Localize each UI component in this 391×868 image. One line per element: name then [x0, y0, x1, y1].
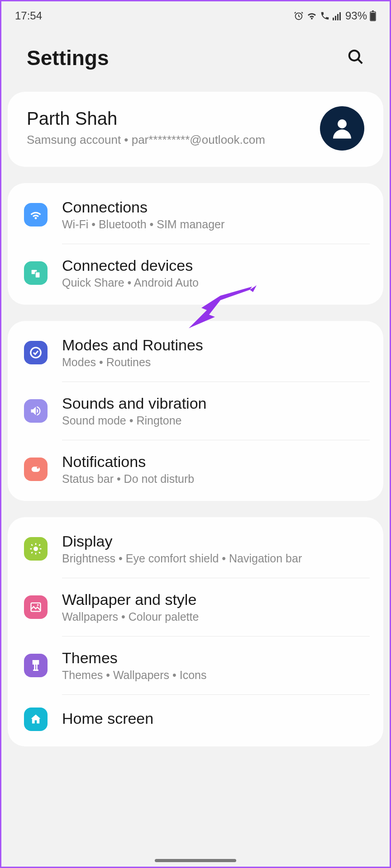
svg-point-8	[349, 51, 359, 61]
setting-item-connections[interactable]: ConnectionsWi-Fi • Bluetooth • SIM manag…	[8, 186, 383, 244]
signal-icon	[333, 11, 343, 20]
settings-group: Modes and RoutinesModes • RoutinesSounds…	[8, 321, 383, 501]
svg-rect-3	[337, 14, 339, 20]
battery-icon	[370, 10, 376, 21]
display-icon	[24, 537, 48, 561]
svg-rect-7	[372, 10, 374, 12]
modes-icon	[24, 341, 48, 364]
setting-title: Themes	[62, 649, 369, 667]
setting-subtitle: Quick Share • Android Auto	[62, 276, 369, 289]
setting-item-connected-devices[interactable]: Connected devicesQuick Share • Android A…	[8, 244, 383, 302]
setting-subtitle: Brightness • Eye comfort shield • Naviga…	[62, 552, 369, 565]
setting-title: Modes and Routines	[62, 336, 369, 354]
setting-text: ThemesThemes • Wallpapers • Icons	[62, 649, 369, 682]
svg-rect-1	[333, 18, 334, 20]
notifications-icon	[24, 458, 48, 481]
setting-text: Connected devicesQuick Share • Android A…	[62, 257, 369, 289]
page-title: Settings	[27, 46, 109, 70]
sound-icon	[24, 399, 48, 423]
setting-text: Sounds and vibrationSound mode • Rington…	[62, 395, 369, 427]
battery-percent: 93%	[345, 9, 367, 22]
setting-text: ConnectionsWi-Fi • Bluetooth • SIM manag…	[62, 198, 369, 231]
setting-title: Notifications	[62, 453, 369, 471]
status-right: 93%	[294, 9, 376, 22]
setting-title: Connected devices	[62, 257, 369, 274]
devices-icon	[24, 261, 48, 285]
svg-point-15	[37, 467, 39, 469]
svg-point-10	[338, 119, 347, 128]
account-info: Parth Shah Samsung account • par********…	[27, 108, 311, 148]
setting-subtitle: Modes • Routines	[62, 356, 369, 369]
setting-text: Modes and RoutinesModes • Routines	[62, 336, 369, 369]
status-time: 17:54	[15, 9, 42, 22]
search-icon[interactable]	[347, 48, 364, 67]
home-icon	[24, 708, 48, 731]
account-name: Parth Shah	[27, 108, 311, 129]
setting-title: Home screen	[62, 710, 369, 727]
setting-text: Wallpaper and styleWallpapers • Colour p…	[62, 591, 369, 623]
svg-rect-6	[371, 13, 375, 20]
account-detail: Samsung account • par*********@outlook.c…	[27, 132, 311, 148]
setting-item-modes-routines[interactable]: Modes and RoutinesModes • Routines	[8, 324, 383, 382]
setting-subtitle: Sound mode • Ringtone	[62, 414, 369, 427]
setting-text: DisplayBrightness • Eye comfort shield •…	[62, 533, 369, 565]
setting-title: Connections	[62, 198, 369, 216]
svg-rect-4	[339, 12, 341, 20]
setting-title: Wallpaper and style	[62, 591, 369, 609]
svg-rect-19	[33, 661, 38, 664]
setting-text: Home screen	[62, 710, 369, 729]
settings-group: DisplayBrightness • Eye comfort shield •…	[8, 517, 383, 746]
setting-title: Display	[62, 533, 369, 550]
alarm-icon	[294, 11, 304, 21]
setting-item-notifications[interactable]: NotificationsStatus bar • Do not disturb	[8, 440, 383, 498]
account-card[interactable]: Parth Shah Samsung account • par********…	[8, 92, 383, 167]
setting-subtitle: Wi-Fi • Bluetooth • SIM manager	[62, 218, 369, 231]
setting-subtitle: Themes • Wallpapers • Icons	[62, 669, 369, 682]
setting-item-wallpaper[interactable]: Wallpaper and styleWallpapers • Colour p…	[8, 578, 383, 636]
wifi-icon	[306, 11, 317, 20]
setting-item-themes[interactable]: ThemesThemes • Wallpapers • Icons	[8, 637, 383, 694]
setting-title: Sounds and vibration	[62, 395, 369, 412]
call-icon	[320, 11, 330, 21]
svg-point-16	[33, 547, 38, 551]
settings-group: ConnectionsWi-Fi • Bluetooth • SIM manag…	[8, 183, 383, 305]
svg-point-18	[37, 604, 39, 606]
setting-subtitle: Status bar • Do not disturb	[62, 472, 369, 486]
svg-rect-12	[35, 272, 40, 278]
themes-icon	[24, 654, 48, 677]
avatar	[320, 106, 364, 151]
wifi-icon	[24, 203, 48, 226]
setting-item-sounds-vibration[interactable]: Sounds and vibrationSound mode • Rington…	[8, 382, 383, 440]
status-bar: 17:54 93%	[1, 1, 390, 28]
header: Settings	[1, 28, 390, 92]
setting-item-home-screen[interactable]: Home screen	[8, 695, 383, 744]
svg-rect-2	[335, 16, 336, 20]
svg-line-9	[358, 59, 362, 64]
navigation-bar[interactable]	[155, 859, 236, 862]
setting-text: NotificationsStatus bar • Do not disturb	[62, 453, 369, 486]
setting-subtitle: Wallpapers • Colour palette	[62, 610, 369, 623]
setting-item-display[interactable]: DisplayBrightness • Eye comfort shield •…	[8, 520, 383, 578]
wallpaper-icon	[24, 595, 48, 619]
